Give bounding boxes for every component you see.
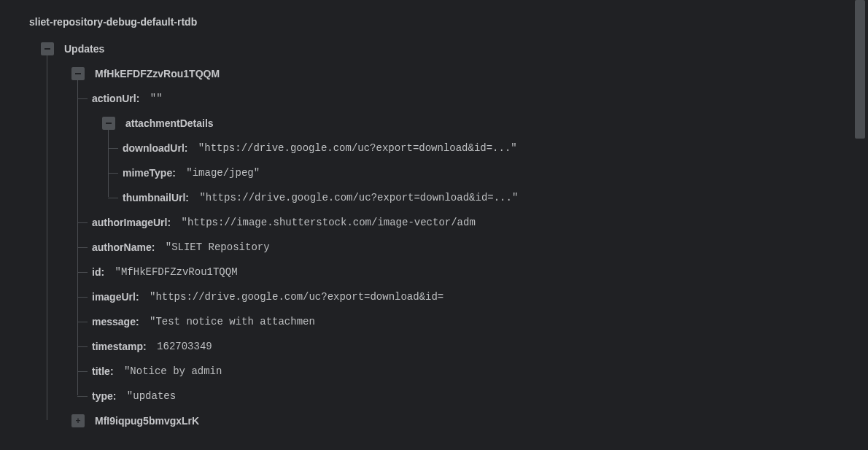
field-actionUrl[interactable]: actionUrl "" bbox=[85, 86, 868, 111]
field-timestamp[interactable]: timestamp 162703349 bbox=[85, 334, 868, 359]
collapse-icon[interactable] bbox=[41, 42, 54, 55]
field-mimeType[interactable]: mimeType "image/jpeg" bbox=[115, 160, 868, 185]
key-record-id[interactable]: MfI9iqpug5bmvgxLrK bbox=[95, 415, 204, 427]
field-thumbnailUrl[interactable]: thumbnailUrl "https://drive.google.com/u… bbox=[115, 185, 868, 210]
node-record-1[interactable]: MfHkEFDFZzvRou1TQQM actionUrl "" attachm… bbox=[54, 61, 868, 408]
expand-icon[interactable] bbox=[71, 414, 85, 427]
field-type[interactable]: type "updates bbox=[85, 384, 868, 408]
field-title[interactable]: title "Notice by admin bbox=[85, 359, 868, 384]
field-authorImageUrl[interactable]: authorImageUrl "https://image.shuttersto… bbox=[85, 210, 868, 235]
scrollbar-thumb[interactable] bbox=[855, 0, 865, 139]
key-record-id[interactable]: MfHkEFDFZzvRou1TQQM bbox=[95, 68, 224, 79]
root-label[interactable]: sliet-repository-debug-default-rtdb bbox=[29, 16, 868, 28]
field-downloadUrl[interactable]: downloadUrl "https://drive.google.com/uc… bbox=[115, 136, 868, 160]
field-message[interactable]: message "Test notice with attachmen bbox=[85, 309, 868, 334]
node-record-2[interactable]: MfI9iqpug5bmvgxLrK bbox=[54, 408, 868, 433]
field-authorName[interactable]: authorName "SLIET Repository bbox=[85, 235, 868, 260]
database-tree-view: sliet-repository-debug-default-rtdb Upda… bbox=[0, 0, 868, 450]
node-attachmentDetails[interactable]: attachmentDetails downloadUrl "https://d… bbox=[85, 111, 868, 210]
collapse-icon[interactable] bbox=[102, 117, 115, 130]
key-updates[interactable]: Updates bbox=[64, 43, 109, 55]
field-imageUrl[interactable]: imageUrl "https://drive.google.com/uc?ex… bbox=[85, 284, 868, 309]
node-updates[interactable]: Updates MfHkEFDFZzvRou1TQQM actionUrl "" bbox=[29, 36, 868, 433]
key-attachmentDetails[interactable]: attachmentDetails bbox=[125, 117, 218, 129]
field-id[interactable]: id "MfHkEFDFZzvRou1TQQM bbox=[85, 260, 868, 284]
collapse-icon[interactable] bbox=[71, 67, 85, 80]
